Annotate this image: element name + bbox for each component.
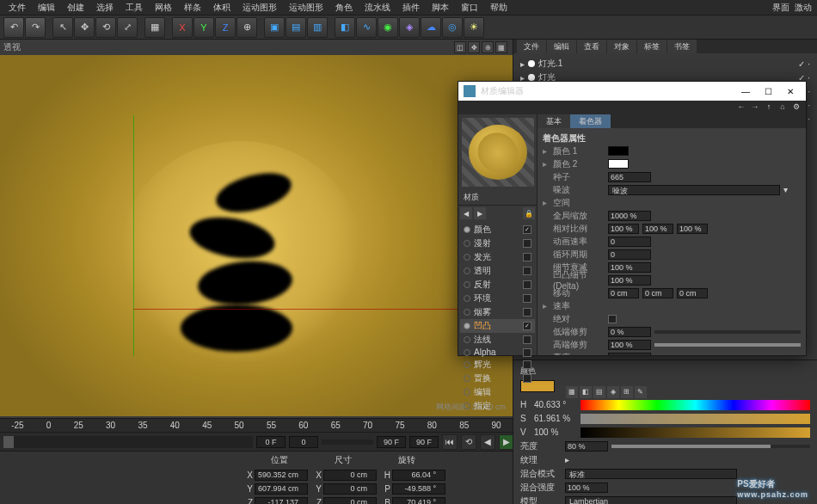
detail-input[interactable]: 100 % xyxy=(608,262,651,273)
v-value[interactable]: 100 % xyxy=(534,427,577,437)
global-scale-input[interactable]: 1000 % xyxy=(608,211,651,221)
highclip-input[interactable]: 100 % xyxy=(608,340,651,350)
menu-体积[interactable]: 体积 xyxy=(208,0,236,15)
channel-编辑[interactable]: 编辑 xyxy=(460,385,535,399)
tab-shader[interactable]: 着色器 xyxy=(570,114,611,128)
menu-窗口[interactable]: 窗口 xyxy=(456,0,483,15)
menu-帮助[interactable]: 帮助 xyxy=(485,0,513,15)
lowclip-input[interactable]: 0 % xyxy=(608,327,651,337)
relz-input[interactable]: 100 % xyxy=(677,224,708,234)
channel-环境[interactable]: 环境 xyxy=(460,292,535,305)
channel-漫射[interactable]: 漫射 xyxy=(460,237,535,250)
layout-label-a[interactable]: 界面 xyxy=(772,2,789,14)
channel-指定[interactable]: 指定 xyxy=(460,399,535,413)
vp-icon-1[interactable]: ◫ xyxy=(454,41,466,53)
bright-input[interactable]: 0 % xyxy=(608,353,651,356)
material-name-label[interactable]: 材质 xyxy=(458,190,537,206)
pos-x-input[interactable]: 590.352 cm xyxy=(255,470,308,481)
menu-插件[interactable]: 插件 xyxy=(397,0,425,15)
menu-脚本[interactable]: 脚本 xyxy=(427,0,454,15)
material-preview[interactable] xyxy=(462,118,534,187)
pos-z-input[interactable]: -117.137 cm xyxy=(255,497,308,505)
main-menubar[interactable]: 文件编辑创建选择工具网格样条体积运动图形运动图形角色流水线插件脚本窗口帮助 xyxy=(0,0,817,15)
movez-input[interactable]: 0 cm xyxy=(677,288,708,298)
object-row[interactable]: ▸灯光.1✓ · xyxy=(520,57,810,71)
dlg-tool-2[interactable]: → xyxy=(749,101,761,113)
z-axis-lock[interactable]: Z xyxy=(215,17,236,38)
layout-label-b[interactable]: 激动 xyxy=(795,2,812,14)
texture-arrow-icon[interactable]: ▸ xyxy=(565,455,569,464)
tab-basic[interactable]: 基本 xyxy=(538,114,570,128)
noise-dropdown[interactable]: 噪波 xyxy=(608,185,780,195)
render-view[interactable]: 网格间距: 10000 cm xyxy=(0,55,513,416)
channel-置换[interactable]: 置换 xyxy=(460,372,535,385)
menu-文件[interactable]: 文件 xyxy=(3,0,31,15)
channel-法线[interactable]: 法线 xyxy=(460,333,535,347)
mat-prev-button[interactable]: ◀ xyxy=(460,207,472,219)
brightness-input[interactable]: 80 % xyxy=(565,441,608,452)
h-value[interactable]: 40.633 ° xyxy=(534,400,577,409)
abs-checkbox[interactable] xyxy=(608,315,617,323)
x-axis-lock[interactable]: X xyxy=(172,17,193,38)
objtab-对象[interactable]: 对象 xyxy=(607,40,636,53)
channel-辉光[interactable]: 辉光 xyxy=(460,358,535,372)
move-tool[interactable]: ✥ xyxy=(74,17,95,38)
timeline-slider[interactable] xyxy=(3,436,253,448)
vp-icon-2[interactable]: ✥ xyxy=(468,41,480,53)
goto-start-button[interactable]: ⏮ xyxy=(442,434,458,450)
delta-input[interactable]: 100 % xyxy=(608,275,651,286)
objtab-查看[interactable]: 查看 xyxy=(577,40,606,53)
dlg-tool-5[interactable]: ⚙ xyxy=(790,101,802,113)
render-pv-button[interactable]: ▤ xyxy=(286,17,306,38)
anim-speed-input[interactable]: 0 xyxy=(608,237,651,247)
sat-slider[interactable] xyxy=(580,414,810,424)
timeline-mini-slider[interactable] xyxy=(322,439,373,445)
channel-list[interactable]: 颜色漫射发光透明反射环境烟雾凹凸法线Alpha辉光置换编辑指定 xyxy=(458,221,537,415)
rotate-tool[interactable]: ⟲ xyxy=(95,17,116,38)
dlg-tool-1[interactable]: ← xyxy=(735,101,747,113)
dialog-titlebar[interactable]: 材质编辑器 — ☐ ✕ xyxy=(458,82,806,101)
maximize-button[interactable]: ☐ xyxy=(758,83,778,99)
rot-h-input[interactable]: 66.04 ° xyxy=(392,470,445,481)
model-dropdown[interactable]: Lambertian xyxy=(565,496,737,505)
world-axis[interactable]: ⊕ xyxy=(236,17,257,38)
mat-next-button[interactable]: ▶ xyxy=(474,207,486,219)
size-x-input[interactable]: 0 cm xyxy=(323,470,377,481)
camera-tool[interactable]: ◎ xyxy=(442,17,463,38)
color1-swatch[interactable] xyxy=(608,146,629,156)
dlg-tool-4[interactable]: ⌂ xyxy=(777,101,789,113)
vp-icon-4[interactable]: ▦ xyxy=(495,41,507,53)
s-value[interactable]: 61.961 % xyxy=(534,414,577,423)
y-axis-lock[interactable]: Y xyxy=(194,17,214,38)
pos-y-input[interactable]: 607.994 cm xyxy=(255,483,308,495)
loop-input[interactable]: 0 xyxy=(608,249,651,260)
environment-tool[interactable]: ☁ xyxy=(421,17,441,38)
deformer-tool[interactable]: ◈ xyxy=(399,17,420,38)
highclip-slider[interactable] xyxy=(654,343,801,347)
frame-end-input[interactable] xyxy=(377,436,406,448)
redo-button[interactable]: ↷ xyxy=(25,17,46,38)
objtab-文件[interactable]: 文件 xyxy=(517,40,546,53)
channel-Alpha[interactable]: Alpha xyxy=(460,347,535,358)
size-y-input[interactable]: 0 cm xyxy=(323,483,377,495)
prev-frame-button[interactable]: ◀ xyxy=(480,434,495,450)
seed-input[interactable]: 665 xyxy=(608,172,651,182)
cp-icon-4[interactable]: ◈ xyxy=(607,386,619,398)
generator-tool[interactable]: ◉ xyxy=(378,17,398,38)
channel-发光[interactable]: 发光 xyxy=(460,250,535,264)
cp-icon-2[interactable]: ◧ xyxy=(580,386,592,398)
rot-b-input[interactable]: 70.419 ° xyxy=(392,497,445,505)
shader-tabs[interactable]: 基本 着色器 xyxy=(538,114,806,128)
menu-运动图形[interactable]: 运动图形 xyxy=(284,0,329,15)
movex-input[interactable]: 0 cm xyxy=(608,288,639,298)
light-tool[interactable]: ☀ xyxy=(464,17,484,38)
channel-烟雾[interactable]: 烟雾 xyxy=(460,305,535,319)
objtab-书签[interactable]: 书签 xyxy=(667,40,697,53)
size-z-input[interactable]: 0 cm xyxy=(323,497,377,505)
menu-工具[interactable]: 工具 xyxy=(120,0,148,15)
mixmode-dropdown[interactable]: 标准 xyxy=(565,469,737,479)
render-view-button[interactable]: ▣ xyxy=(264,17,285,38)
menu-样条[interactable]: 样条 xyxy=(179,0,206,15)
undo-button[interactable]: ↶ xyxy=(3,17,24,38)
noise-menu-icon[interactable]: ▾ xyxy=(783,185,788,194)
